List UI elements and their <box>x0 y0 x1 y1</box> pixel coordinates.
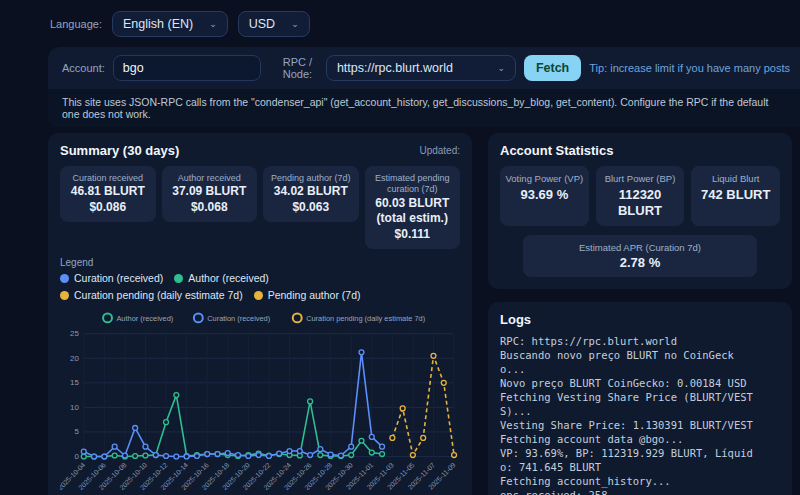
stat-cards: Voting Power (VP) 93.69 % Blurt Power (B… <box>500 166 780 226</box>
svg-text:20: 20 <box>70 354 79 363</box>
stat-label: Voting Power (VP) <box>503 173 586 185</box>
notice-text: This site uses JSON-RPC calls from the "… <box>62 96 768 120</box>
logs-title: Logs <box>500 312 780 327</box>
card-usd: $0.063 <box>268 200 354 216</box>
controls-card: Account: RPC / Node: https://rpc.blurt.w… <box>48 47 800 127</box>
card-value: 34.02 BLURT <box>268 184 354 200</box>
language-select-value: English (EN) <box>123 17 193 31</box>
apr-value: 2.78 % <box>531 255 749 270</box>
svg-text:Curation pending (daily estima: Curation pending (daily estimate 7d) <box>306 314 425 323</box>
svg-text:Curation (received): Curation (received) <box>207 314 270 323</box>
apr-label: Estimated APR (Curation 7d) <box>531 242 749 253</box>
stat-card-liquid-blurt: Liquid Blurt 742 BLURT <box>691 166 780 226</box>
card-label: Estimated pending curation (7d) <box>370 173 456 196</box>
stat-card-blurt-power: Blurt Power (BP) 112320 BLURT <box>596 166 685 226</box>
svg-text:Author (received): Author (received) <box>116 314 173 323</box>
language-label: Language: <box>50 18 102 30</box>
card-usd: $0.068 <box>167 200 253 216</box>
card-value: 37.09 BLURT <box>167 184 253 200</box>
legend-item-pending-author: Pending author (7d) <box>254 289 361 301</box>
rpc-node-select[interactable]: https://rpc.blurt.world ⌄ <box>326 55 516 81</box>
card-usd: $0.086 <box>65 200 151 216</box>
svg-text:25: 25 <box>70 329 79 338</box>
stat-value: 112320 BLURT <box>599 187 682 220</box>
rewards-chart: 05101520252025-10-042025-10-062025-10-08… <box>60 307 460 495</box>
account-label: Account: <box>62 62 105 74</box>
legend-dot-icon <box>60 291 69 300</box>
legend-dot-icon <box>254 291 263 300</box>
summary-panel: Summary (30 days) Updated: Curation rece… <box>48 133 472 495</box>
legend-items: Curation (received) Author (received) Cu… <box>60 272 460 301</box>
logs-panel: Logs RPC: https://rpc.blurt.world Buscan… <box>488 302 792 495</box>
stat-value: 93.69 % <box>503 187 586 203</box>
content-columns: Summary (30 days) Updated: Curation rece… <box>48 133 800 495</box>
right-column: Account Statistics Voting Power (VP) 93.… <box>488 133 792 495</box>
card-extra: (total estim.) <box>370 211 456 227</box>
fetch-button[interactable]: Fetch <box>524 55 581 81</box>
legend-dot-icon <box>60 274 69 283</box>
summary-cards: Curation received 46.81 BLURT $0.086 Aut… <box>60 166 460 249</box>
controls-row: Account: RPC / Node: https://rpc.blurt.w… <box>48 47 800 89</box>
account-statistics-panel: Account Statistics Voting Power (VP) 93.… <box>488 133 792 289</box>
chevron-down-icon: ⌄ <box>497 63 505 73</box>
legend-label: Legend <box>60 257 460 268</box>
stat-label: Blurt Power (BP) <box>599 173 682 185</box>
svg-text:15: 15 <box>70 379 79 388</box>
legend-item-label: Pending author (7d) <box>268 289 361 301</box>
card-value: 60.03 BLURT <box>370 196 456 212</box>
account-input[interactable] <box>113 55 261 81</box>
legend-item-label: Curation pending (daily estimate 7d) <box>74 289 243 301</box>
svg-text:5: 5 <box>74 428 79 437</box>
card-label: Pending author (7d) <box>268 173 354 184</box>
account-statistics-title: Account Statistics <box>500 143 780 158</box>
legend-item-label: Author (received) <box>188 272 269 284</box>
currency-select-value: USD <box>249 17 275 31</box>
tip-text: Tip: increase limit if you have many pos… <box>589 62 790 74</box>
legend-item-author-received: Author (received) <box>174 272 269 284</box>
language-select[interactable]: English (EN) ⌄ <box>112 11 228 37</box>
notice-bar: This site uses JSON-RPC calls from the "… <box>48 89 800 127</box>
top-bar: Language: English (EN) ⌄ USD ⌄ <box>0 0 800 47</box>
card-value: 46.81 BLURT <box>65 184 151 200</box>
summary-card-curation-received: Curation received 46.81 BLURT $0.086 <box>60 166 156 222</box>
legend-dot-icon <box>174 274 183 283</box>
legend-item-label: Curation (received) <box>74 272 163 284</box>
updated-label: Updated: <box>419 145 460 156</box>
svg-text:10: 10 <box>70 403 79 412</box>
legend-item-curation-received: Curation (received) <box>60 272 163 284</box>
chevron-down-icon: ⌄ <box>209 19 217 29</box>
summary-header: Summary (30 days) Updated: <box>60 143 460 158</box>
card-label: Author received <box>167 173 253 184</box>
currency-select[interactable]: USD ⌄ <box>238 11 310 37</box>
chevron-down-icon: ⌄ <box>291 19 299 29</box>
summary-title: Summary (30 days) <box>60 143 179 158</box>
stat-label: Liquid Blurt <box>694 173 777 185</box>
rpc-node-label: RPC / Node: <box>283 56 318 80</box>
summary-card-pending-author: Pending author (7d) 34.02 BLURT $0.063 <box>263 166 359 222</box>
chart-container: 05101520252025-10-042025-10-062025-10-08… <box>60 307 460 495</box>
legend-item-curation-pending: Curation pending (daily estimate 7d) <box>60 289 243 301</box>
apr-card: Estimated APR (Curation 7d) 2.78 % <box>523 235 757 277</box>
stat-card-voting-power: Voting Power (VP) 93.69 % <box>500 166 589 226</box>
left-column: Summary (30 days) Updated: Curation rece… <box>48 133 472 495</box>
stat-value: 742 BLURT <box>694 187 777 203</box>
rpc-node-select-value: https://rpc.blurt.world <box>337 61 453 75</box>
summary-card-estimated-pending-curation: Estimated pending curation (7d) 60.03 BL… <box>365 166 461 249</box>
logs-output: RPC: https://rpc.blurt.world Buscando no… <box>500 335 780 495</box>
card-label: Curation received <box>65 173 151 184</box>
svg-text:0: 0 <box>74 452 79 461</box>
card-usd: $0.111 <box>370 227 456 243</box>
summary-card-author-received: Author received 37.09 BLURT $0.068 <box>162 166 258 222</box>
